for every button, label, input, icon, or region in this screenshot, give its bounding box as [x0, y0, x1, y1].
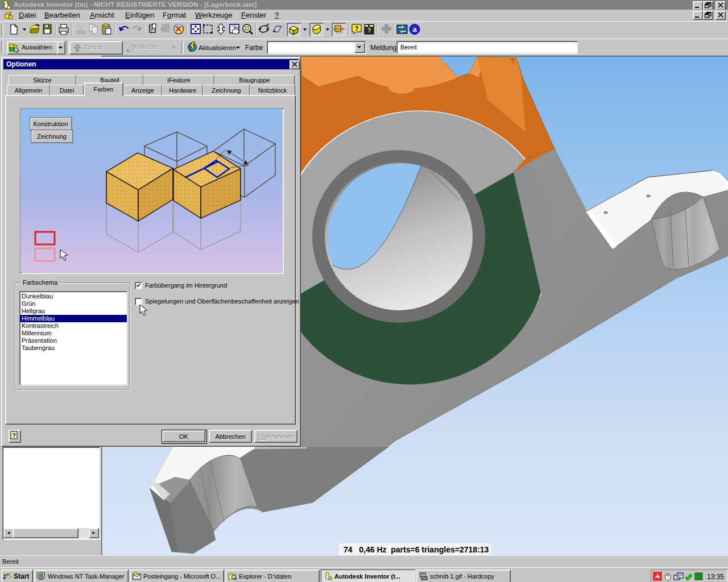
svg-text:a: a — [412, 25, 417, 34]
svg-text:?: ? — [367, 27, 371, 34]
svg-text:Konstruktion: Konstruktion — [33, 120, 68, 127]
svg-text:?: ? — [12, 432, 16, 439]
svg-text:?: ? — [355, 25, 359, 32]
svg-text:Zeichnung: Zeichnung — [37, 133, 66, 140]
